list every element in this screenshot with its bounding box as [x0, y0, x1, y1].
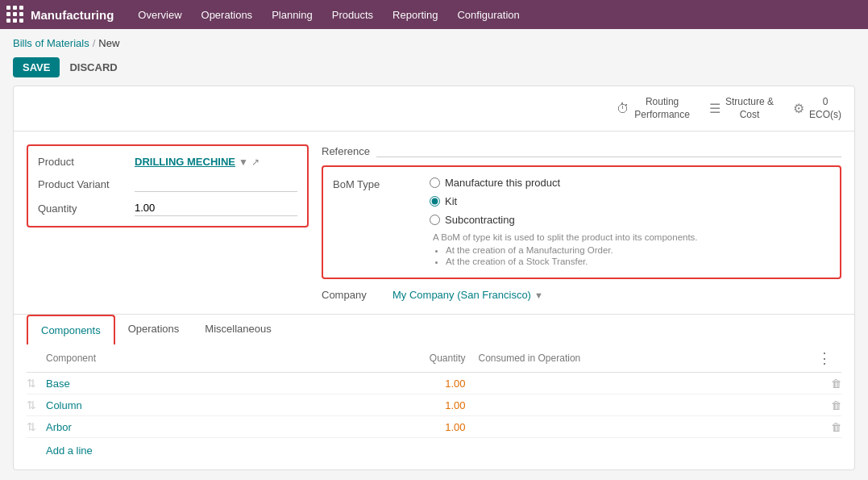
tab-structure-cost[interactable]: ☰ Structure &Cost	[709, 93, 774, 124]
quantity-value	[135, 200, 297, 216]
bom-kit-note-text: A BoM of type kit is used to split the p…	[433, 232, 698, 242]
bom-type-row: BoM Type Manufacture this product Kit	[333, 177, 830, 268]
list-icon: ☰	[709, 101, 721, 116]
nav-operations[interactable]: Operations	[193, 6, 261, 24]
drag-handle[interactable]: ⇅	[27, 399, 46, 411]
product-variant-input[interactable]	[135, 176, 297, 192]
quantity-label: Quantity	[38, 202, 135, 215]
clock-icon: ⏱	[617, 102, 629, 116]
col-consumed-header: Consumed in Operation	[466, 353, 818, 364]
col-actions-header: ⋮	[817, 349, 841, 367]
delete-arbor[interactable]: 🗑	[817, 421, 841, 433]
col-quantity-header: Quantity	[385, 353, 466, 364]
gear-icon: ⚙	[793, 101, 804, 116]
product-dropdown-icon[interactable]: ▼	[239, 157, 248, 168]
nav-products[interactable]: Products	[324, 6, 381, 24]
radio-manufacture: Manufacture this product	[430, 177, 830, 189]
product-variant-label: Product Variant	[38, 178, 135, 190]
bom-kit-note: A BoM of type kit is used to split the p…	[430, 232, 830, 266]
product-field-row: Product DRILLING MECHINE ▼ ↗	[38, 156, 297, 168]
tab-miscellaneous[interactable]: Miscellaneous	[192, 315, 284, 344]
product-value: DRILLING MECHINE ▼ ↗	[135, 156, 297, 168]
main-content: ⏱ RoutingPerformance ☰ Structure &Cost ⚙…	[0, 86, 868, 480]
app-grid-icon[interactable]	[6, 6, 24, 23]
component-name-base[interactable]: Base	[46, 378, 385, 390]
form-left: Product DRILLING MECHINE ▼ ↗	[27, 144, 309, 301]
quantity-input[interactable]	[135, 200, 297, 216]
routing-performance-label: RoutingPerformance	[634, 96, 690, 121]
col-component-header: Component	[46, 353, 385, 364]
breadcrumb-current: New	[98, 37, 119, 49]
component-name-column[interactable]: Column	[46, 399, 385, 411]
drag-handle[interactable]: ⇅	[27, 377, 46, 390]
delete-base[interactable]: 🗑	[817, 378, 841, 390]
bom-link[interactable]: Bills of Materials	[13, 37, 89, 49]
drag-handle[interactable]: ⇅	[27, 420, 46, 433]
nav-reporting[interactable]: Reporting	[384, 6, 446, 24]
table-row: ⇅ Arbor 1.00 🗑	[27, 416, 841, 438]
radio-subcontracting-input[interactable]	[430, 215, 440, 225]
radio-manufacture-label[interactable]: Manufacture this product	[445, 177, 560, 189]
product-external-link-icon[interactable]: ↗	[251, 157, 260, 168]
radio-kit-label[interactable]: Kit	[445, 195, 457, 207]
radio-kit-input[interactable]	[430, 196, 440, 207]
component-name-arbor[interactable]: Arbor	[46, 421, 385, 433]
form-card: ⏱ RoutingPerformance ☰ Structure &Cost ⚙…	[13, 86, 855, 470]
reference-field-row: Reference	[322, 144, 841, 157]
form-top-tabs: ⏱ RoutingPerformance ☰ Structure &Cost ⚙…	[14, 86, 854, 131]
breadcrumb: Bills of Materials / New	[0, 29, 868, 54]
table-header: Component Quantity Consumed in Operation…	[27, 344, 841, 373]
nav-planning[interactable]: Planning	[264, 6, 321, 24]
tab-components[interactable]: Components	[27, 315, 115, 344]
bom-kit-bullet-2: At the creation of a Stock Transfer.	[446, 257, 830, 266]
app-name: Manufacturing	[31, 8, 114, 22]
radio-subcontracting: Subcontracting	[430, 214, 830, 226]
nav-configuration[interactable]: Configuration	[449, 6, 527, 24]
drag-icon: ⇅	[27, 377, 36, 390]
structure-cost-label: Structure &Cost	[725, 96, 774, 121]
quantity-field-row: Quantity	[38, 200, 297, 216]
form-right: Reference BoM Type Manufacture this prod…	[322, 144, 841, 301]
quantity-column[interactable]: 1.00	[385, 399, 466, 411]
product-name[interactable]: DRILLING MECHINE	[135, 156, 235, 168]
company-label: Company	[322, 289, 386, 301]
radio-manufacture-input[interactable]	[430, 177, 440, 188]
quantity-arbor[interactable]: 1.00	[385, 421, 466, 433]
nav-overview[interactable]: Overview	[130, 6, 189, 24]
components-table: Component Quantity Consumed in Operation…	[14, 344, 854, 470]
table-row: ⇅ Column 1.00 🗑	[27, 394, 841, 416]
bom-type-section: BoM Type Manufacture this product Kit	[322, 165, 841, 279]
bottom-tabs: Components Operations Miscellaneous	[14, 314, 854, 344]
nav-items: Overview Operations Planning Products Re…	[130, 6, 527, 24]
reference-label: Reference	[322, 145, 370, 157]
top-nav: Manufacturing Overview Operations Planni…	[0, 0, 868, 29]
drag-icon: ⇅	[27, 420, 36, 433]
table-menu-icon[interactable]: ⋮	[817, 350, 832, 366]
form-body: Product DRILLING MECHINE ▼ ↗	[14, 131, 854, 314]
drag-icon: ⇅	[27, 399, 36, 411]
product-variant-field-row: Product Variant	[38, 176, 297, 192]
add-line-button[interactable]: Add a line	[27, 438, 841, 457]
tab-routing-performance[interactable]: ⏱ RoutingPerformance	[617, 93, 690, 124]
radio-kit: Kit	[430, 195, 830, 207]
bom-kit-bullet-1: At the creation of a Manufacturing Order…	[446, 245, 830, 255]
save-button[interactable]: SAVE	[13, 57, 60, 77]
bom-type-label: BoM Type	[333, 177, 430, 190]
company-field-row: Company My Company (San Francisco) ▼	[322, 289, 841, 301]
quantity-base[interactable]: 1.00	[385, 378, 466, 390]
tab-ecos[interactable]: ⚙ 0ECO(s)	[793, 93, 841, 124]
tab-operations[interactable]: Operations	[115, 315, 193, 344]
delete-column[interactable]: 🗑	[817, 399, 841, 411]
bom-type-options: Manufacture this product Kit Subcontract…	[430, 177, 830, 268]
discard-button[interactable]: DISCARD	[66, 57, 120, 77]
breadcrumb-separator: /	[93, 37, 96, 49]
reference-input[interactable]	[376, 144, 841, 157]
toolbar: SAVE DISCARD	[0, 54, 868, 86]
company-value[interactable]: My Company (San Francisco)	[392, 289, 531, 301]
product-section: Product DRILLING MECHINE ▼ ↗	[27, 144, 309, 227]
radio-subcontracting-label[interactable]: Subcontracting	[445, 214, 515, 226]
ecos-label: 0ECO(s)	[809, 96, 841, 121]
table-row: ⇅ Base 1.00 🗑	[27, 373, 841, 394]
product-label: Product	[38, 156, 135, 168]
company-dropdown-icon[interactable]: ▼	[534, 290, 543, 300]
